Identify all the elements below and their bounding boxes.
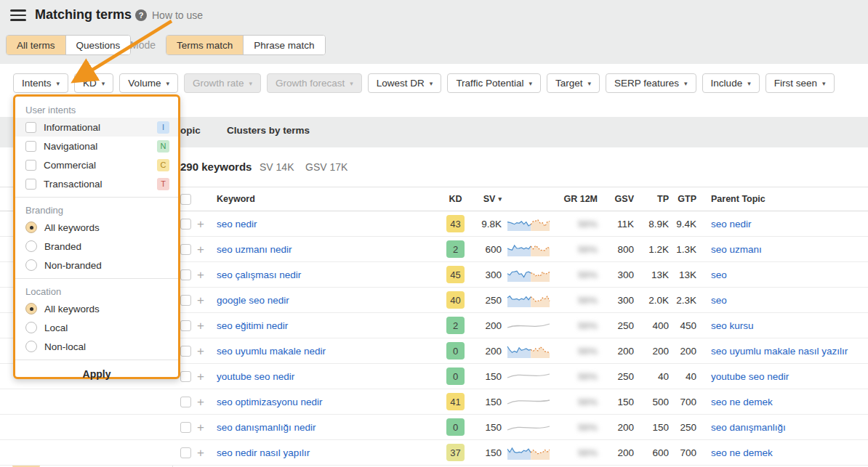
how-to-use[interactable]: ? How to use <box>135 9 203 21</box>
dropdown-option-branded[interactable]: Branded <box>15 237 178 256</box>
dropdown-option-local[interactable]: Local <box>15 318 178 337</box>
keyword-link[interactable]: seo çalışması nedir <box>217 269 301 280</box>
radio-button[interactable] <box>25 240 37 252</box>
row-checkbox[interactable] <box>180 320 191 331</box>
keyword-cell: seo optimizasyonu nedir <box>217 389 323 414</box>
parent-topic-link[interactable]: seo ne demek <box>711 447 773 458</box>
tab-all-terms[interactable]: All terms <box>7 36 65 54</box>
filter-button-lowest-dr[interactable]: Lowest DR▾ <box>368 73 442 93</box>
filter-button-target[interactable]: Target▾ <box>547 73 600 93</box>
plus-icon[interactable]: + <box>197 345 204 357</box>
dropdown-option-all-keywords[interactable]: All keywords <box>15 218 178 237</box>
keyword-link[interactable]: seo eğitimi nedir <box>217 320 288 331</box>
col-kd[interactable]: KD <box>446 187 465 211</box>
tab-terms-match[interactable]: Terms match <box>166 36 243 54</box>
col-parent-topic[interactable]: Parent Topic <box>711 187 765 211</box>
checkbox[interactable] <box>25 141 36 152</box>
parent-topic-link[interactable]: youtube seo nedir <box>711 371 789 382</box>
trend-sparkline-chart <box>506 416 551 439</box>
plus-icon[interactable]: + <box>197 447 204 459</box>
parent-topic-link[interactable]: seo danışmanlığı <box>711 422 786 433</box>
parent-topic-link[interactable]: seo uzmanı <box>711 244 762 255</box>
radio-button[interactable] <box>25 322 37 333</box>
parent-topic-link[interactable]: seo <box>711 295 727 306</box>
tab-phrase-match[interactable]: Phrase match <box>243 36 324 54</box>
kd-cell: 40 <box>446 288 465 312</box>
plus-icon[interactable]: + <box>197 269 204 281</box>
filter-label: Target <box>555 78 583 89</box>
radio-button[interactable] <box>25 259 37 271</box>
row-checkbox[interactable] <box>180 244 191 255</box>
parent-topic-cell: seo <box>711 262 727 287</box>
dropdown-option-navigational[interactable]: NavigationalN <box>15 137 178 155</box>
keyword-link[interactable]: google seo nedir <box>217 295 289 306</box>
select-all-checkbox[interactable] <box>180 194 191 205</box>
hamburger-menu-icon[interactable] <box>10 9 26 21</box>
dropdown-option-commercial[interactable]: CommercialC <box>15 155 178 174</box>
tab-questions[interactable]: Questions <box>65 36 131 54</box>
summary-sv: SV 14K <box>260 161 294 173</box>
row-checkbox[interactable] <box>180 397 191 407</box>
col-sv[interactable]: SV ▾ <box>464 187 502 211</box>
checkbox[interactable] <box>25 179 36 190</box>
parent-topic-link[interactable]: seo <box>711 269 727 280</box>
filter-button-volume[interactable]: Volume▾ <box>119 73 178 93</box>
parent-topic-link[interactable]: seo ne demek <box>711 397 773 407</box>
keyword-link[interactable]: seo nedir <box>217 219 257 230</box>
plus-icon[interactable]: + <box>197 294 204 306</box>
filter-button-serp-features[interactable]: SERP features▾ <box>606 73 696 93</box>
keyword-link[interactable]: seo optimizasyonu nedir <box>217 397 323 407</box>
row-checkbox[interactable] <box>180 219 191 230</box>
apply-button[interactable]: Apply <box>15 364 178 384</box>
parent-topic-link[interactable]: seo nedir <box>711 219 752 230</box>
dropdown-option-informational[interactable]: InformationalI <box>15 118 178 137</box>
plus-icon[interactable]: + <box>197 243 204 256</box>
filter-button-intents[interactable]: Intents▾ <box>13 73 68 93</box>
radio-button[interactable] <box>25 303 37 314</box>
col-keyword[interactable]: Keyword <box>217 187 255 211</box>
plus-icon[interactable]: + <box>197 421 204 434</box>
plus-icon[interactable]: + <box>197 396 204 408</box>
keyword-link[interactable]: seo danışmanlığı nedir <box>217 422 316 433</box>
dropdown-option-non-local[interactable]: Non-local <box>15 337 178 356</box>
gtp-cell: 700 <box>653 389 696 414</box>
add-to-list-cell: + <box>197 440 204 465</box>
filter-button-traffic-potential[interactable]: Traffic Potential▾ <box>447 73 541 93</box>
keyword-link[interactable]: seo uzmanı nedir <box>217 244 292 255</box>
col-gtp[interactable]: GTP <box>653 187 696 211</box>
row-checkbox[interactable] <box>180 422 191 433</box>
radio-button[interactable] <box>25 222 37 233</box>
tab-clusters-by-parent-topic-partial[interactable]: opic <box>180 125 201 136</box>
row-checkbox[interactable] <box>180 295 191 306</box>
tab-clusters-by-terms[interactable]: Clusters by terms <box>227 125 310 136</box>
kd-badge: 41 <box>446 393 465 410</box>
checkbox[interactable] <box>25 160 36 171</box>
dropdown-option-transactional[interactable]: TransactionalT <box>15 174 178 193</box>
filter-button-include[interactable]: Include▾ <box>702 73 760 93</box>
row-checkbox[interactable] <box>180 346 191 357</box>
caret-down-icon: ▾ <box>350 80 353 87</box>
checkbox[interactable] <box>25 122 36 133</box>
trend-sparkline-chart <box>506 264 551 286</box>
kd-cell: 45 <box>446 262 465 287</box>
filter-button-kd[interactable]: KD▾ <box>74 73 113 93</box>
row-checkbox[interactable] <box>180 269 191 280</box>
parent-topic-link[interactable]: seo kursu <box>711 320 754 331</box>
row-checkbox[interactable] <box>180 371 191 382</box>
intents-dropdown-panel: User intentsInformationalINavigationalNC… <box>13 94 180 379</box>
plus-icon[interactable]: + <box>197 370 204 383</box>
trend-sparkline-chart <box>506 238 551 261</box>
plus-icon[interactable]: + <box>197 218 204 230</box>
keyword-link[interactable]: youtube seo nedir <box>217 371 294 382</box>
plus-icon[interactable]: + <box>197 320 204 332</box>
add-to-list-cell: + <box>197 389 204 414</box>
parent-topic-link[interactable]: seo uyumlu makale nasıl yazılır <box>711 346 848 357</box>
row-checkbox[interactable] <box>180 447 191 458</box>
keyword-link[interactable]: seo nedir nasıl yapılır <box>217 447 310 458</box>
filter-bar: Intents▾KD▾Volume▾Growth rate▾Growth for… <box>13 73 835 93</box>
radio-button[interactable] <box>25 341 37 352</box>
filter-button-first-seen[interactable]: First seen▾ <box>765 73 835 93</box>
keyword-link[interactable]: seo uyumlu makale nedir <box>217 346 326 357</box>
dropdown-option-non-branded[interactable]: Non-branded <box>15 256 178 275</box>
dropdown-option-all-keywords[interactable]: All keywords <box>15 299 178 318</box>
